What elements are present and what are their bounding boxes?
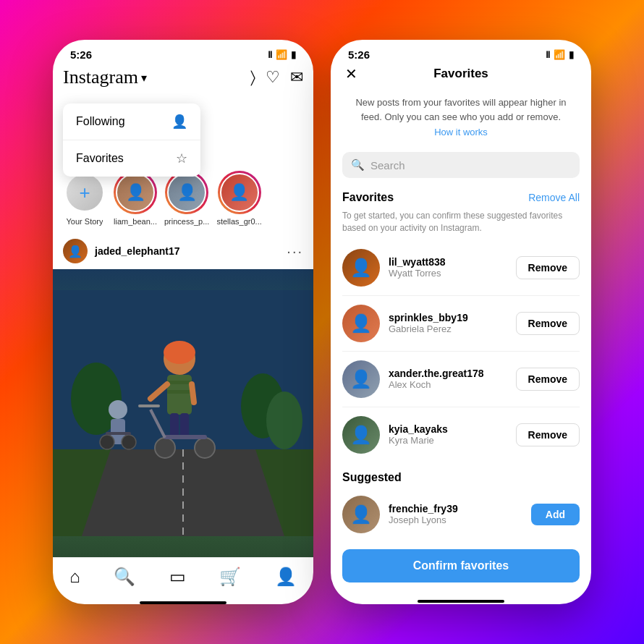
search-icon: 🔍 [351,158,365,171]
remove-all-button[interactable]: Remove All [528,192,580,203]
header-icons: 〉 ♡ ✉ [250,68,303,87]
user-info-3: kyia_kayaks Kyra Marie [389,423,507,446]
story-your[interactable]: + Your Story [63,171,106,226]
remove-button-0[interactable]: Remove [516,256,580,279]
dropdown-menu: Following 👤 Favorites ☆ [63,103,200,177]
story-label-3: stellas_gr0... [216,217,261,226]
status-bar-left: 5:26 Ⅱ 📶 ▮ [53,40,313,64]
bottom-nav: ⌂ 🔍 ▭ 🛒 👤 [53,557,313,598]
search-bar[interactable]: 🔍 Search [342,152,580,178]
nav-home-icon[interactable]: ⌂ [69,567,80,587]
svg-rect-10 [167,381,192,384]
dropdown-favorites[interactable]: Favorites ☆ [63,140,200,177]
favorite-item-1: 👤 sprinkles_bby19 Gabriela Perez Remove [331,297,591,349]
story-label-1: liam_bean... [114,217,157,226]
realname-3: Kyra Marie [389,435,507,446]
svg-rect-20 [138,404,160,407]
user-info-1: sprinkles_bby19 Gabriela Perez [389,312,507,334]
svg-point-21 [109,400,127,419]
signal-icon-r: Ⅱ [546,49,550,60]
username-3: kyia_kayaks [389,423,507,435]
screen-title: Favorites [433,67,488,81]
right-phone: 5:26 Ⅱ 📶 ▮ ✕ Favorites New posts from yo… [331,40,591,604]
left-header: Instagram ▾ 〉 ♡ ✉ [53,64,313,94]
post-image [53,269,313,557]
username-0: lil_wyatt838 [389,256,507,268]
svg-point-6 [266,391,302,449]
suggested-section-header: Suggested [331,461,591,488]
suggested-label: Suggested [342,471,402,484]
favorites-section-header: Favorites Remove All [331,188,591,208]
realname-2: Alex Koch [389,379,507,390]
star-icon: ☆ [176,151,187,166]
home-indicator [140,601,226,604]
battery-icon: ▮ [291,49,296,60]
svg-point-17 [195,438,215,458]
suggested-item-0: 👤 frenchie_fry39 Joseph Lyons Add [331,488,591,541]
battery-icon-r: ▮ [569,49,574,60]
nav-profile-icon[interactable]: 👤 [275,567,297,587]
favorite-item-0: 👤 lil_wyatt838 Wyatt Torres Remove [331,242,591,294]
favorites-label: Favorites [342,191,394,204]
user-avatar-0: 👤 [342,249,380,287]
suggested-list: 👤 frenchie_fry39 Joseph Lyons Add [331,488,591,541]
add-button-0[interactable]: Add [531,504,580,525]
nav-reels-icon[interactable]: ▭ [169,567,186,587]
story-2[interactable]: 👤 princess_p... [164,171,209,226]
signal-icon: Ⅱ [268,49,272,60]
nav-shop-icon[interactable]: 🛒 [219,567,241,587]
info-text: New posts from your favorites will appea… [331,88,591,127]
suggested-avatar-0: 👤 [342,496,380,533]
post-more-icon[interactable]: ··· [287,243,303,260]
svg-rect-25 [106,432,131,435]
post-image-svg [53,269,313,557]
story-1[interactable]: 👤 liam_bean... [114,171,157,226]
story-label-0: Your Story [67,217,103,226]
dropdown-following[interactable]: Following 👤 [63,103,200,140]
svg-rect-18 [164,435,207,439]
divider-1 [342,351,580,352]
story-label-2: princess_p... [164,217,209,226]
status-icons-right: Ⅱ 📶 ▮ [546,49,574,60]
svg-point-8 [164,341,195,364]
confirm-btn-wrap: Confirm favorites [331,541,591,597]
post-user[interactable]: 👤 jaded_elephant17 [63,239,180,263]
svg-rect-14 [170,413,179,438]
realname-1: Gabriela Perez [389,323,507,334]
favorites-list: 👤 lil_wyatt838 Wyatt Torres Remove 👤 spr… [331,242,591,461]
confirm-favorites-button[interactable]: Confirm favorites [342,549,580,582]
favorite-item-2: 👤 xander.the.great178 Alex Koch Remove [331,353,591,405]
suggested-realname-0: Joseph Lyons [389,514,522,525]
status-icons-left: Ⅱ 📶 ▮ [268,49,296,60]
favorite-item-3: 👤 kyia_kayaks Kyra Marie Remove [331,409,591,461]
wifi-icon: 📶 [276,49,287,60]
post-header: 👤 jaded_elephant17 ··· [53,233,313,269]
right-header: ✕ Favorites [331,64,591,88]
new-post-icon[interactable]: 〉 [250,68,255,87]
user-avatar-3: 👤 [342,416,380,454]
svg-point-16 [155,438,175,458]
instagram-logo[interactable]: Instagram ▾ [63,67,147,88]
svg-line-13 [192,384,194,402]
user-avatar-1: 👤 [342,305,380,342]
remove-button-1[interactable]: Remove [516,312,580,335]
search-placeholder-text: Search [370,159,405,171]
svg-point-24 [122,435,136,449]
remove-button-3[interactable]: Remove [516,423,580,446]
story-3[interactable]: 👤 stellas_gr0... [216,171,261,226]
user-info-2: xander.the.great178 Alex Koch [389,368,507,390]
messenger-icon[interactable]: ✉ [290,68,303,87]
realname-0: Wyatt Torres [389,268,507,279]
svg-point-23 [100,435,114,449]
svg-rect-11 [167,390,192,394]
post-avatar: 👤 [63,239,88,263]
time-right: 5:26 [348,48,370,61]
close-button[interactable]: ✕ [345,65,357,82]
status-bar-right: 5:26 Ⅱ 📶 ▮ [331,40,591,64]
username-1: sprinkles_bby19 [389,312,507,323]
remove-button-2[interactable]: Remove [516,368,580,391]
how-it-works-link[interactable]: How it works [331,127,591,146]
wifi-icon-r: 📶 [554,49,565,60]
nav-search-icon[interactable]: 🔍 [114,567,135,587]
heart-icon[interactable]: ♡ [266,68,280,87]
